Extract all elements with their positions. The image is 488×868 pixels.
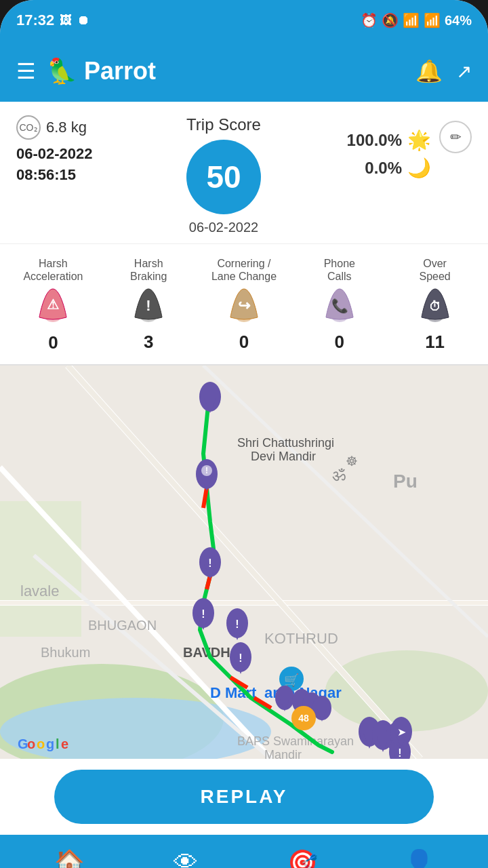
status-right: ⏰ 🔕 📶 📶 64% [361, 12, 472, 28]
replay-button[interactable]: REPLAY [54, 770, 434, 824]
header-left: ☰ 🦜 Parrot [16, 57, 156, 85]
score-circle: 50 [186, 140, 261, 214]
event-cornering: Cornering /Lane Change ↪ 0 [197, 255, 292, 353]
event-label-1: HarshBraking [130, 255, 167, 285]
svg-text:o: o [27, 736, 35, 751]
battery-text: 64% [445, 13, 472, 28]
co2-value: 6.8 kg [46, 119, 87, 136]
bottom-nav: 🏠 Home 👁 Trips 🎯 Campaign 👤 Profile [0, 835, 488, 868]
night-stat: 0.0% 🌙 [365, 157, 431, 179]
center-score: Trip Score 50 06-02-2022 [186, 115, 261, 235]
profile-icon: 👤 [404, 848, 434, 869]
event-icon-2: ↪ [229, 288, 259, 329]
night-percent: 0.0% [365, 159, 402, 178]
svg-text:☸: ☸ [346, 454, 358, 469]
event-harsh-braking: HarshBraking ! 3 [101, 255, 197, 353]
svg-text:Bhukum: Bhukum [41, 645, 90, 660]
event-label-2: Cornering /Lane Change [211, 255, 277, 285]
event-label-3: PhoneCalls [324, 255, 355, 285]
svg-text:BAPS Swaminarayan: BAPS Swaminarayan [237, 734, 354, 748]
status-record-icon: ⏺ [77, 14, 89, 28]
day-percent: 100.0% [347, 131, 402, 150]
svg-text:48: 48 [298, 713, 309, 724]
event-stats: HarshAcceleration ⚠ 0 HarshBraking ! 3 [0, 244, 488, 366]
trip-date: 06-02-2022 [16, 144, 186, 165]
co2-icon: CO₂ [16, 115, 41, 140]
svg-text:!: ! [208, 557, 211, 569]
trips-icon: 👁 [174, 848, 198, 869]
svg-text:ॐ: ॐ [332, 466, 346, 484]
score-value: 50 [206, 159, 241, 195]
trip-time: 08:56:15 [16, 165, 186, 186]
svg-text:!: ! [235, 618, 239, 630]
svg-text:BHUGAON: BHUGAON [88, 618, 157, 633]
svg-text:🛒: 🛒 [284, 673, 300, 688]
event-icon-0: ⚠ [38, 288, 68, 330]
event-icon-4: ⏱ [420, 288, 450, 329]
svg-text:KOTHRUD: KOTHRUD [264, 630, 338, 647]
svg-text:!: ! [146, 297, 151, 314]
score-label: Trip Score [186, 115, 261, 134]
svg-rect-14 [0, 501, 81, 637]
signal-icon: 📶 [424, 12, 441, 28]
nav-campaign[interactable]: 🎯 Campaign [244, 848, 361, 869]
campaign-icon: 🎯 [287, 848, 318, 869]
status-left: 17:32 🖼 ⏺ [16, 12, 89, 29]
phone-shell: 17:32 🖼 ⏺ ⏰ 🔕 📶 📶 64% ☰ 🦜 Parrot 🔔 ↗ [0, 0, 488, 868]
event-overspeed: OverSpeed ⏱ 11 [387, 255, 483, 353]
event-count-1: 3 [144, 332, 153, 353]
svg-text:Mandir: Mandir [264, 748, 302, 759]
event-harsh-acceleration: HarshAcceleration ⚠ 0 [5, 255, 101, 353]
co2-row: CO₂ 6.8 kg [16, 115, 186, 140]
event-count-0: 0 [48, 332, 58, 353]
event-phone-calls: PhoneCalls 📞 0 [291, 255, 387, 353]
parrot-logo-icon: 🦜 [47, 57, 77, 85]
nav-trips[interactable]: 👁 Trips [127, 848, 244, 869]
header-right: 🔔 ↗ [415, 58, 472, 84]
trip-datetime: 06-02-2022 08:56:15 [16, 144, 186, 186]
left-info: CO₂ 6.8 kg 06-02-2022 08:56:15 [16, 115, 186, 186]
app-header: ☰ 🦜 Parrot 🔔 ↗ [0, 41, 488, 102]
app-title: Parrot [84, 57, 156, 85]
alarm-icon: ⏰ [361, 12, 378, 28]
event-icon-3: 📞 [325, 288, 354, 329]
svg-text:g: g [46, 736, 54, 751]
share-icon[interactable]: ↗ [456, 60, 472, 83]
svg-text:➤: ➤ [397, 726, 406, 738]
event-label-4: OverSpeed [419, 255, 450, 285]
svg-text:!: ! [398, 747, 401, 759]
svg-text:Pu: Pu [393, 471, 418, 492]
event-icon-1: ! [134, 288, 163, 329]
nav-home[interactable]: 🏠 Home [11, 848, 127, 869]
edit-button[interactable]: ✏ [439, 121, 472, 153]
wifi-icon: 📶 [403, 12, 420, 28]
trip-info: CO₂ 6.8 kg 06-02-2022 08:56:15 Trip Scor… [0, 102, 488, 244]
svg-text:!: ! [201, 608, 205, 620]
right-info: 100.0% 🌟 0.0% 🌙 [261, 115, 431, 179]
svg-text:o: o [37, 736, 45, 751]
svg-text:Devi Mandir: Devi Mandir [251, 450, 316, 463]
svg-text:📞: 📞 [331, 298, 348, 314]
event-label-0: HarshAcceleration [23, 255, 83, 285]
svg-text:l: l [56, 736, 60, 751]
day-stat: 100.0% 🌟 [347, 129, 431, 151]
svg-text:⚠: ⚠ [47, 297, 59, 312]
svg-text:lavale: lavale [20, 583, 59, 599]
logo-area: 🦜 Parrot [47, 57, 156, 85]
status-bar: 17:32 🖼 ⏺ ⏰ 🔕 📶 📶 64% [0, 0, 488, 41]
notification-icon[interactable]: 🔔 [415, 58, 443, 84]
event-count-4: 11 [425, 332, 445, 353]
mute-icon: 🔕 [382, 12, 399, 28]
map-container[interactable]: lavale Bhukum BHUGAON BAVDH... KOTHRUD P… [0, 366, 488, 759]
svg-text:!: ! [205, 466, 208, 475]
svg-text:e: e [61, 736, 68, 751]
nav-profile[interactable]: 👤 Profile [361, 848, 477, 869]
svg-text:Shri Chattushringi: Shri Chattushringi [237, 436, 334, 450]
hamburger-menu[interactable]: ☰ [16, 58, 36, 84]
sun-icon: 🌟 [407, 129, 431, 151]
svg-text:⏱: ⏱ [429, 300, 441, 313]
status-gallery-icon: 🖼 [60, 14, 72, 28]
moon-icon: 🌙 [407, 157, 431, 179]
event-count-3: 0 [335, 332, 344, 353]
status-time: 17:32 [16, 12, 54, 29]
